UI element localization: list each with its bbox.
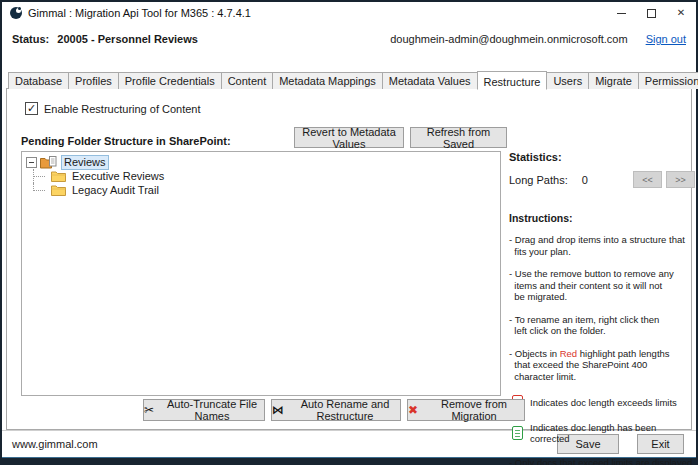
maximize-icon: [647, 9, 656, 18]
legend-doc-exceeds-text: Indicates doc length exceeds limits: [530, 397, 677, 408]
green-doc-icon: [512, 426, 523, 440]
gimmal-logo-icon: [10, 7, 22, 19]
rename-restructure-icon: ⋈: [272, 404, 284, 416]
remove-from-migration-button[interactable]: ✖ Remove from Migration: [407, 399, 525, 421]
auto-rename-label: Auto Rename and Restructure: [290, 398, 400, 422]
statistics-heading: Statistics:: [509, 151, 695, 163]
close-icon: ✕: [677, 8, 685, 18]
maximize-button[interactable]: [636, 2, 666, 24]
tab-metadata-values[interactable]: Metadata Values: [382, 72, 478, 89]
instructions-panel: Instructions: - Drag and drop items into…: [509, 212, 695, 465]
red-item-word: Red: [560, 348, 577, 359]
legend-doc-corrected-text: Indicates doc length has been corrected: [530, 422, 695, 444]
account-email: doughmein-admin@doughmein.onmicrosoft.co…: [390, 33, 627, 45]
title-bar: Gimmal : Migration Api Tool for M365 : 4…: [2, 2, 696, 24]
tree-node-child[interactable]: Executive Reviews: [26, 169, 500, 183]
instruction-item-red: - Objects in Red highlight path lengths …: [509, 348, 695, 383]
close-button[interactable]: ✕: [666, 2, 696, 24]
check-icon: ✓: [27, 103, 36, 114]
instructions-heading: Instructions:: [509, 212, 695, 224]
pending-structure-label: Pending Folder Structure in SharePoint:: [21, 135, 231, 147]
auto-truncate-file-names-button[interactable]: ✂ Auto-Truncate File Names: [143, 399, 265, 421]
minimize-icon: [617, 13, 626, 14]
tab-profiles[interactable]: Profiles: [68, 72, 119, 89]
tab-content[interactable]: Content: [221, 72, 274, 89]
remove-from-migration-label: Remove from Migration: [424, 398, 524, 422]
enable-restructuring-checkbox[interactable]: ✓: [25, 102, 38, 115]
auto-truncate-label: Auto-Truncate File Names: [160, 398, 264, 422]
folder-icon: [51, 184, 66, 196]
instruction-item: - Only docs that exceed limits are displ…: [509, 457, 695, 465]
next-long-path-button[interactable]: >>: [666, 171, 695, 188]
tab-metadata-mappings[interactable]: Metadata Mappings: [272, 72, 383, 89]
scissors-icon: ✂: [144, 404, 154, 416]
right-panel: Statistics: Long Paths: 0 << >> Instruct…: [509, 151, 695, 465]
instruction-item: - Drag and drop items into a structure t…: [509, 234, 695, 257]
previous-long-path-button[interactable]: <<: [633, 171, 662, 188]
legend-doc-exceeds: Indicates doc length exceeds limits: [512, 395, 695, 409]
app-window: Gimmal : Migration Api Tool for M365 : 4…: [0, 0, 698, 465]
long-paths-label: Long Paths:: [509, 174, 568, 186]
restructure-tab-page: ✓ Enable Restructuring of Content Pendin…: [6, 88, 692, 430]
enable-restructuring-label: Enable Restructuring of Content: [44, 103, 201, 115]
refresh-from-saved-button[interactable]: Refresh from Saved: [410, 127, 507, 148]
window-controls: ✕: [606, 2, 696, 24]
instruction-item: - Use the remove button to remove any it…: [509, 268, 695, 303]
folder-tree: Reviews Executive Reviews: [22, 152, 500, 197]
account-area: doughmein-admin@doughmein.onmicrosoft.co…: [390, 33, 686, 45]
instruction-item: - To rename an item, right click then le…: [509, 314, 695, 337]
legend-doc-corrected: Indicates doc length has been corrected: [512, 422, 695, 444]
revert-to-metadata-values-button[interactable]: Revert to Metadata Values: [294, 127, 404, 148]
tab-control: Database Profiles Profile Credentials Co…: [6, 70, 692, 430]
status-value: 20005 - Personnel Reviews: [57, 33, 198, 45]
tab-strip: Database Profiles Profile Credentials Co…: [6, 70, 692, 89]
long-paths-nav: << >>: [633, 171, 695, 188]
red-x-icon: ✖: [408, 404, 418, 416]
website-label: www.gimmal.com: [12, 438, 98, 450]
tab-database[interactable]: Database: [8, 72, 69, 89]
tab-migrate[interactable]: Migrate: [588, 72, 639, 89]
folder-tree-panel: Reviews Executive Reviews: [21, 151, 501, 396]
status-bar: Status: 20005 - Personnel Reviews doughm…: [2, 24, 696, 70]
tab-users[interactable]: Users: [546, 72, 589, 89]
auto-rename-and-restructure-button[interactable]: ⋈ Auto Rename and Restructure: [271, 399, 401, 421]
long-paths-row: Long Paths: 0 << >>: [509, 171, 695, 188]
tree-node-label-reviews[interactable]: Reviews: [61, 155, 109, 170]
tree-connector: [33, 183, 51, 197]
sign-out-link[interactable]: Sign out: [646, 33, 686, 45]
tab-permissions-mappings[interactable]: Permissions Mappings: [638, 72, 698, 89]
tree-node-label-executive-reviews[interactable]: Executive Reviews: [70, 170, 166, 183]
tree-node-root[interactable]: Reviews: [26, 155, 500, 169]
status-label: Status:: [12, 33, 49, 45]
folder-icon: [51, 170, 66, 182]
tree-node-child[interactable]: Legacy Audit Trail: [26, 183, 500, 197]
minimize-button[interactable]: [606, 2, 636, 24]
library-folder-icon: [40, 156, 57, 169]
enable-restructuring-row: ✓ Enable Restructuring of Content: [25, 102, 201, 115]
collapse-expander-icon[interactable]: [26, 157, 37, 168]
window-title: Gimmal : Migration Api Tool for M365 : 4…: [28, 7, 251, 19]
red-item-prefix: - Objects in: [509, 348, 560, 359]
tab-restructure[interactable]: Restructure: [477, 71, 548, 90]
tree-node-label-legacy-audit-trail[interactable]: Legacy Audit Trail: [70, 184, 161, 197]
tree-connector: [33, 169, 51, 183]
tab-profile-credentials[interactable]: Profile Credentials: [118, 72, 222, 89]
long-paths-value: 0: [582, 174, 588, 186]
